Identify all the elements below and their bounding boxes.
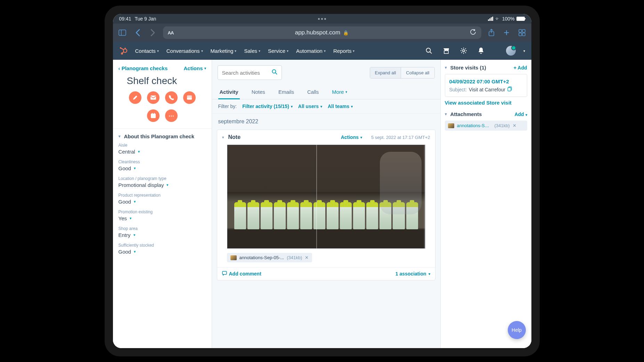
filter-activity[interactable]: Filter activity (15/15)▾ [242,104,293,109]
note-attachment-remove-icon[interactable]: ✕ [305,255,309,260]
search-activities-field[interactable] [222,70,268,76]
property-cleanliness-value[interactable]: Good▾ [119,165,206,171]
sidebar-toggle-icon[interactable] [117,27,128,38]
nav-conversations[interactable]: Conversations▾ [166,48,203,54]
record-actions-menu[interactable]: Actions▾ [184,65,206,71]
property-promotion-existing: Promotion existing Yes▾ [119,209,206,221]
add-comment-button[interactable]: Add comment [222,271,261,277]
tab-more[interactable]: More▾ [331,85,349,99]
nav-contacts[interactable]: Contacts▾ [135,48,159,54]
battery-icon [516,17,525,21]
filter-teams[interactable]: All teams▾ [328,104,353,109]
attachment-remove-icon[interactable]: ✕ [513,123,516,128]
property-sufficiently-stocked-value[interactable]: Good▾ [119,249,206,255]
nav-sales[interactable]: Sales▾ [244,48,260,54]
more-actions-button[interactable]: ⋯ [165,109,178,122]
svg-point-8 [124,48,126,49]
svg-point-17 [463,50,465,52]
visit-subject-label: Subject: [449,87,467,92]
add-attachment-button[interactable]: Add ▾ [514,112,527,117]
user-avatar[interactable] [506,46,516,56]
nav-reports[interactable]: Reports▾ [333,48,355,54]
property-aisle-value[interactable]: Central▾ [119,149,206,155]
help-button[interactable]: Help [508,321,526,339]
call-button[interactable] [165,91,178,104]
tab-notes[interactable]: Notes [250,85,267,99]
reader-aa-icon[interactable]: AA [168,30,174,35]
associations-dropdown[interactable]: 1 association▾ [396,271,430,277]
marketplace-icon[interactable] [441,46,451,56]
visit-date-link[interactable]: 04/09/2022 07:00 GMT+2 [449,79,523,84]
attachment-chip[interactable]: annotations-Sep-0... (341kb) ✕ [445,121,527,131]
about-section-toggle[interactable]: ▾ About this Planogram check [113,128,212,143]
note-attachment-chip[interactable]: annotations-Sep-05-... (341kb) ✕ [227,253,312,262]
tab-calls[interactable]: Calls [306,85,320,99]
property-shop-area: Shop area Entry▾ [119,226,206,238]
about-section-title: About this Planogram check [124,133,195,139]
add-store-visit-button[interactable]: + Add [514,65,527,71]
store-visits-toggle[interactable]: ▾ Store visits (1) [445,65,486,71]
new-tab-icon[interactable]: + [502,27,512,38]
note-collapse-icon[interactable]: ▾ [222,135,224,140]
share-icon[interactable] [486,27,497,38]
battery-pct: 100% [502,16,515,22]
property-promotion-existing-value[interactable]: Yes▾ [119,215,206,221]
svg-point-24 [272,69,276,73]
property-shop-area-value[interactable]: Entry▾ [119,232,206,238]
note-attachment-size: (341kb) [287,255,302,260]
collapse-all-button[interactable]: Collapse all [401,67,434,78]
url-bar[interactable]: AA app.hubspot.com 🔒 [163,26,481,39]
search-icon[interactable] [272,69,277,76]
store-visit-card: 04/09/2022 07:00 GMT+2 Subject: Visit at… [445,74,527,97]
filter-users[interactable]: All users▾ [298,104,322,109]
account-menu-caret-icon[interactable]: ▾ [523,49,525,53]
visit-subject-value: Visit at Carrefour [469,87,505,92]
nav-back-icon[interactable] [132,27,143,38]
notifications-icon[interactable] [476,46,486,56]
tabs-icon[interactable] [517,27,527,38]
reload-icon[interactable] [470,29,476,37]
note-actions-menu[interactable]: Actions▾ [341,134,362,140]
signal-icon [488,17,493,21]
svg-rect-26 [222,271,227,274]
breadcrumb-back[interactable]: ‹ Planogram checks [119,65,168,71]
property-list: Aisle Central▾ Cleanliness Good▾ Locatio… [113,143,212,259]
svg-rect-0 [119,30,126,35]
property-sufficiently-stocked: Sufficiently stocked Good▾ [119,243,206,255]
tab-activity[interactable]: Activity [218,85,240,99]
attachment-name: annotations-Sep-0... [457,123,492,128]
svg-rect-23 [154,113,155,114]
multitask-dots[interactable] [318,18,326,20]
svg-rect-21 [151,114,156,118]
hubspot-logo-icon[interactable] [119,47,128,55]
hubspot-top-nav: Contacts▾ Conversations▾ Marketing▾ Sale… [113,42,531,60]
compose-note-button[interactable] [129,91,141,104]
attachments-toggle[interactable]: ▾ Attachments [445,111,482,117]
note-image[interactable] [227,145,425,249]
email-button[interactable] [147,91,160,104]
property-location-type-value[interactable]: Promotional display▾ [119,182,206,188]
tab-emails[interactable]: Emails [277,85,295,99]
attachment-thumb-icon [230,255,237,260]
svg-point-14 [426,48,430,52]
status-date: Tue 9 Jan [135,16,156,22]
filter-by-label: Filter by: [218,104,237,109]
view-associated-visit-link[interactable]: View associated Store visit [445,100,527,106]
copy-icon[interactable] [507,87,512,92]
nav-marketing[interactable]: Marketing▾ [211,48,237,54]
note-card: ▾ Note Actions▾ 5 sept. 2022 at 17:17 GM… [217,130,435,280]
search-activities-input[interactable] [218,65,282,80]
nav-service[interactable]: Service▾ [268,48,288,54]
property-product-rep-value[interactable]: Good▾ [119,199,206,205]
log-button[interactable] [183,91,196,104]
record-title: Shelf check [113,73,212,91]
expand-all-button[interactable]: Expand all [370,67,401,78]
note-title: Note [228,134,241,140]
svg-rect-5 [519,33,522,36]
task-button[interactable] [147,109,160,122]
nav-automation[interactable]: Automation▾ [296,48,326,54]
status-time: 09:41 [119,16,131,22]
global-search-icon[interactable] [424,46,434,56]
settings-icon[interactable] [459,46,468,56]
ipad-status-bar: 09:41 Tue 9 Jan ᯤ 100% [113,14,531,24]
